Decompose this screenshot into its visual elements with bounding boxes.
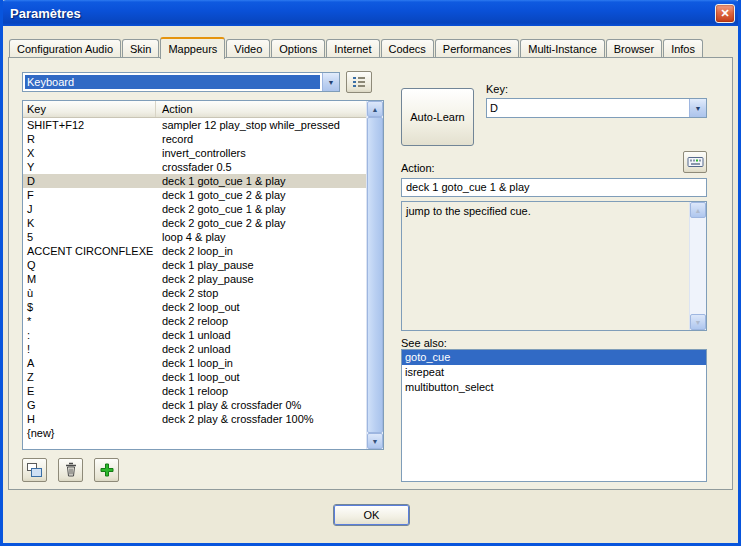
table-row[interactable]: Zdeck 1 loop_out	[23, 370, 366, 384]
row-action: deck 2 reloop	[156, 314, 366, 328]
table-row[interactable]: SHIFT+F12sampler 12 play_stop while_pres…	[23, 118, 366, 132]
row-key: K	[23, 216, 156, 230]
table-row[interactable]: Kdeck 2 goto_cue 2 & play	[23, 216, 366, 230]
copy-mapping-button[interactable]	[22, 458, 47, 482]
tab-mappeurs[interactable]: Mappeurs	[160, 37, 225, 59]
tab-codecs[interactable]: Codecs	[381, 39, 434, 58]
row-key: Q	[23, 258, 156, 272]
tab-configuration-audio[interactable]: Configuration Audio	[9, 39, 121, 58]
scroll-down-icon[interactable]: ▼	[690, 314, 706, 330]
close-button[interactable]: ✕	[715, 4, 735, 23]
row-key: 5	[23, 230, 156, 244]
row-action: crossfader 0.5	[156, 160, 366, 174]
row-action: deck 1 play & crossfader 0%	[156, 398, 366, 412]
row-action: deck 1 reloop	[156, 384, 366, 398]
table-row[interactable]: ACCENT CIRCONFLEXEdeck 2 loop_in	[23, 244, 366, 258]
mapping-rows: SHIFT+F12sampler 12 play_stop while_pres…	[23, 118, 366, 449]
row-key: {new}	[23, 426, 156, 440]
table-row[interactable]: Adeck 1 loop_in	[23, 356, 366, 370]
window-title: Paramètres	[0, 6, 81, 21]
scroll-down-icon[interactable]: ▼	[367, 433, 383, 449]
scroll-up-icon[interactable]: ▲	[690, 202, 706, 218]
list-header: Key Action	[23, 101, 366, 118]
chevron-down-icon[interactable]: ▼	[322, 73, 339, 91]
table-row[interactable]: $deck 2 loop_out	[23, 300, 366, 314]
row-key: Z	[23, 370, 156, 384]
auto-learn-button[interactable]: Auto-Learn	[401, 88, 474, 146]
column-header-action[interactable]: Action	[156, 101, 366, 117]
row-action: deck 1 loop_in	[156, 356, 366, 370]
row-action: loop 4 & play	[156, 230, 366, 244]
scroll-up-icon[interactable]: ▲	[367, 101, 383, 117]
list-item[interactable]: multibutton_select	[402, 380, 706, 395]
row-action: deck 2 play & crossfader 100%	[156, 412, 366, 426]
scrollbar-thumb[interactable]	[367, 117, 383, 433]
table-row[interactable]: 5loop 4 & play	[23, 230, 366, 244]
row-action: deck 2 goto_cue 2 & play	[156, 216, 366, 230]
close-icon: ✕	[720, 7, 729, 19]
delete-mapping-button[interactable]	[58, 458, 83, 482]
table-row[interactable]: ùdeck 2 stop	[23, 286, 366, 300]
device-select[interactable]: Keyboard ▼	[22, 72, 340, 92]
table-row[interactable]: :deck 1 unload	[23, 328, 366, 342]
row-key: !	[23, 342, 156, 356]
row-action: deck 2 play_pause	[156, 272, 366, 286]
tab-options[interactable]: Options	[271, 39, 325, 58]
action-input[interactable]: deck 1 goto_cue 1 & play	[401, 178, 707, 197]
row-key: X	[23, 146, 156, 160]
tab-strip: Configuration AudioSkinMappeursVideoOpti…	[9, 38, 732, 58]
table-row[interactable]: Mdeck 2 play_pause	[23, 272, 366, 286]
row-action	[156, 426, 366, 440]
list-icon	[351, 74, 367, 90]
tab-browser[interactable]: Browser	[606, 39, 662, 58]
table-row[interactable]: Edeck 1 reloop	[23, 384, 366, 398]
trash-icon	[63, 462, 79, 478]
row-action: deck 1 goto_cue 2 & play	[156, 188, 366, 202]
tab-multi-instance[interactable]: Multi-Instance	[520, 39, 604, 58]
mapper-options-button[interactable]	[346, 71, 372, 93]
key-select-value: D	[487, 102, 689, 114]
titlebar[interactable]: Paramètres ✕	[0, 0, 741, 26]
chevron-down-icon[interactable]: ▼	[689, 99, 706, 117]
table-row[interactable]: *deck 2 reloop	[23, 314, 366, 328]
tab-infos[interactable]: Infos	[663, 39, 703, 58]
table-row[interactable]: Ddeck 1 goto_cue 1 & play	[23, 174, 366, 188]
description-scrollbar[interactable]: ▲ ▼	[689, 202, 706, 330]
row-action: deck 1 goto_cue 1 & play	[156, 174, 366, 188]
action-description: jump to the specified cue. ▲ ▼	[401, 201, 707, 331]
row-key: H	[23, 412, 156, 426]
table-row[interactable]: Gdeck 1 play & crossfader 0%	[23, 398, 366, 412]
tab-video[interactable]: Video	[226, 39, 270, 58]
row-action: deck 2 goto_cue 1 & play	[156, 202, 366, 216]
ok-button[interactable]: OK	[333, 504, 410, 526]
table-row[interactable]: Hdeck 2 play & crossfader 100%	[23, 412, 366, 426]
show-keyboard-button[interactable]	[683, 151, 707, 173]
see-also-list[interactable]: goto_cueisrepeatmultibutton_select	[401, 349, 707, 482]
row-key: Y	[23, 160, 156, 174]
tab-internet[interactable]: Internet	[326, 39, 379, 58]
list-item[interactable]: isrepeat	[402, 365, 706, 380]
list-scrollbar[interactable]: ▲ ▼	[366, 101, 383, 449]
row-key: F	[23, 188, 156, 202]
action-description-text: jump to the specified cue.	[406, 205, 686, 217]
table-row[interactable]: Ycrossfader 0.5	[23, 160, 366, 174]
table-row[interactable]: Rrecord	[23, 132, 366, 146]
list-item[interactable]: goto_cue	[402, 350, 706, 365]
table-row[interactable]: Fdeck 1 goto_cue 2 & play	[23, 188, 366, 202]
row-key: SHIFT+F12	[23, 118, 156, 132]
row-key: E	[23, 384, 156, 398]
table-row[interactable]: !deck 2 unload	[23, 342, 366, 356]
row-action: deck 1 play_pause	[156, 258, 366, 272]
table-row[interactable]: Xinvert_controllers	[23, 146, 366, 160]
table-row[interactable]: Qdeck 1 play_pause	[23, 258, 366, 272]
key-select[interactable]: D ▼	[486, 98, 707, 118]
row-action: sampler 12 play_stop while_pressed	[156, 118, 366, 132]
table-row[interactable]: {new}	[23, 426, 366, 440]
column-header-key[interactable]: Key	[23, 101, 156, 117]
tab-skin[interactable]: Skin	[122, 39, 159, 58]
row-action: deck 1 unload	[156, 328, 366, 342]
row-key: A	[23, 356, 156, 370]
add-mapping-button[interactable]	[94, 458, 119, 482]
tab-performances[interactable]: Performances	[435, 39, 519, 58]
table-row[interactable]: Jdeck 2 goto_cue 1 & play	[23, 202, 366, 216]
